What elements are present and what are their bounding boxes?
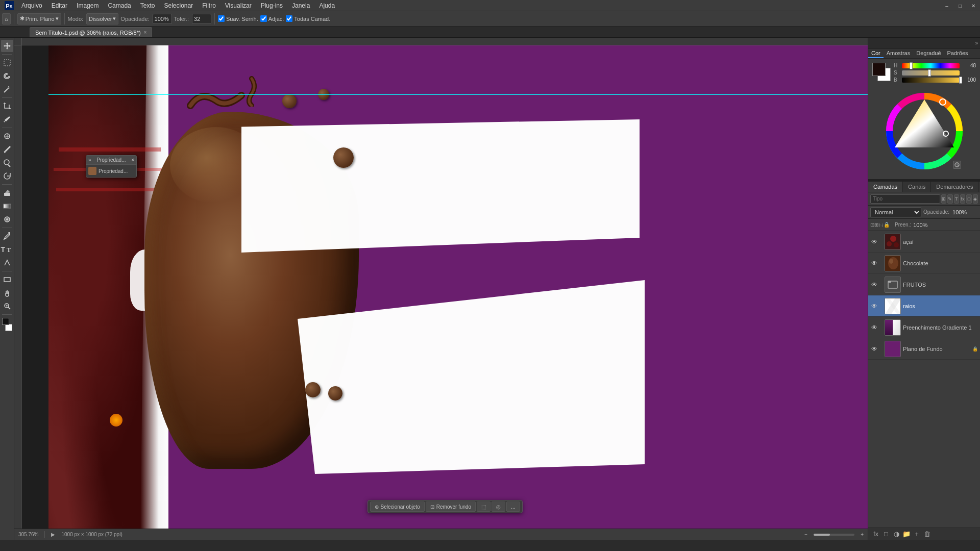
menu-selecionar[interactable]: Selecionar xyxy=(160,1,197,10)
minimize-button[interactable]: – xyxy=(940,0,953,11)
crop-tool[interactable] xyxy=(1,100,13,112)
home-button[interactable]: ⌂ xyxy=(2,13,11,24)
fg-bg-swatches[interactable] xyxy=(872,63,891,81)
document-tab[interactable]: Sem Título-1.psd @ 306% (raios, RGB/8*) … xyxy=(30,27,152,37)
add-layer-button[interactable]: + xyxy=(912,530,921,539)
remove-bg-button[interactable]: ⊡ Remover fundo xyxy=(426,502,476,512)
menu-camada[interactable]: Camada xyxy=(104,1,135,10)
layer-item-raios[interactable]: 👁 raios xyxy=(868,295,980,317)
layer-item-chocolate[interactable]: 👁 Chocolate xyxy=(868,253,980,274)
layer-item-frutos[interactable]: 👁 FRUTOS xyxy=(868,274,980,295)
zoom-in-status-button[interactable]: + xyxy=(861,532,864,537)
zoom-out-status-button[interactable]: − xyxy=(804,532,807,537)
visibility-icon-gradiente[interactable]: 👁 xyxy=(870,323,878,332)
text-tool[interactable]: T T xyxy=(1,243,13,256)
hand-tool[interactable] xyxy=(1,287,13,299)
layers-edit-button[interactable]: ✎ xyxy=(947,194,952,204)
blur-tool[interactable] xyxy=(1,213,13,226)
menu-visualizar[interactable]: Visualizar xyxy=(221,1,256,10)
tab-close-button[interactable]: × xyxy=(144,30,147,35)
expand-icon[interactable]: » xyxy=(88,157,91,163)
menu-editar[interactable]: Editar xyxy=(47,1,71,10)
tab-camadas[interactable]: Camadas xyxy=(868,182,903,192)
color-wheel-svg[interactable] xyxy=(884,90,965,172)
panel-expand-icon[interactable]: » xyxy=(975,40,978,46)
eraser-tool[interactable] xyxy=(1,187,13,199)
layers-filter-button[interactable]: ⊞ xyxy=(941,194,946,204)
lasso-tool[interactable] xyxy=(1,70,13,82)
tab-degradue[interactable]: Degraduê xyxy=(913,49,944,58)
rectangle-tool[interactable] xyxy=(1,273,13,286)
clone-stamp-tool[interactable] xyxy=(1,157,13,169)
close-button[interactable]: ✕ xyxy=(967,0,980,11)
history-brush-tool[interactable] xyxy=(1,170,13,182)
healing-brush-tool[interactable] xyxy=(1,130,13,142)
visibility-icon-plano-fundo[interactable]: 👁 xyxy=(870,345,878,353)
visibility-icon-chocolate[interactable]: 👁 xyxy=(870,259,878,267)
opacity-input[interactable] xyxy=(153,14,172,24)
brush-tool[interactable] xyxy=(1,143,13,156)
menu-texto[interactable]: Texto xyxy=(136,1,159,10)
layers-effects-button[interactable]: fx xyxy=(960,194,965,204)
layer-item-plano-fundo[interactable]: 👁 Plano de Fundo 🔒 xyxy=(868,338,980,360)
move-tool[interactable] xyxy=(1,40,13,52)
tab-canais[interactable]: Canais xyxy=(903,182,931,192)
menu-ajuda[interactable]: Ajuda xyxy=(315,1,339,10)
adjacent-checkbox[interactable] xyxy=(260,15,267,22)
menu-filtro[interactable]: Filtro xyxy=(198,1,220,10)
marquee-tool[interactable] xyxy=(1,57,13,69)
bg-color-swatch[interactable] xyxy=(5,324,12,331)
tab-padroes[interactable]: Padrões xyxy=(944,49,971,58)
color-mode-toggle[interactable] xyxy=(953,161,961,169)
more-options-button[interactable]: ... xyxy=(506,502,520,512)
pen-tool[interactable] xyxy=(1,230,13,242)
add-layer-style-button[interactable]: fx xyxy=(871,530,880,539)
s-slider[interactable] xyxy=(902,70,960,76)
layers-mask-button[interactable]: □ xyxy=(966,194,971,204)
visibility-icon-raios[interactable]: 👁 xyxy=(870,302,878,310)
menu-janela[interactable]: Janela xyxy=(288,1,314,10)
all-layers-checkbox[interactable] xyxy=(286,15,292,22)
blend-mode-dropdown[interactable]: Dissolver ▾ xyxy=(86,13,118,24)
tab-amostras[interactable]: Amostras xyxy=(884,49,913,58)
magic-wand-tool[interactable] xyxy=(1,83,13,95)
menu-imagem[interactable]: Imagem xyxy=(72,1,103,10)
color-wheel-container[interactable] xyxy=(884,90,965,173)
tab-cor[interactable]: Cor xyxy=(868,49,884,58)
add-mask-button[interactable]: □ xyxy=(881,530,891,539)
add-group-button[interactable]: 📁 xyxy=(902,530,911,539)
menu-arquivo[interactable]: Arquivo xyxy=(17,1,46,10)
foreground-color-swatch[interactable] xyxy=(872,63,886,76)
canvas-area[interactable]: » Propriedad... × Propriedad... ⊕ Seleci… xyxy=(22,45,868,529)
eyedropper-tool[interactable] xyxy=(1,113,13,126)
path-selection-tool[interactable] xyxy=(1,257,13,269)
layer-item-gradiente[interactable]: 👁 Preenchimento Gradiente 1 xyxy=(868,317,980,338)
zoom-tool[interactable] xyxy=(1,300,13,312)
gradient-tool[interactable] xyxy=(1,200,13,212)
h-slider[interactable] xyxy=(902,63,960,68)
add-adjustment-button[interactable]: ◑ xyxy=(892,530,901,539)
visibility-icon-frutos[interactable]: 👁 xyxy=(870,281,878,289)
close-props-icon[interactable]: × xyxy=(131,157,134,163)
layers-smart-button[interactable]: ◈ xyxy=(973,194,978,204)
antialiasing-checkbox[interactable] xyxy=(218,15,225,22)
zoom-slider[interactable] xyxy=(814,534,854,536)
quick-mask-button[interactable]: ◎ xyxy=(492,502,505,512)
delete-layer-button[interactable]: 🗑 xyxy=(922,530,932,539)
layers-text-button[interactable]: T xyxy=(954,194,959,204)
frame-tool-button[interactable]: ⬚ xyxy=(477,502,491,512)
layers-search-input[interactable] xyxy=(870,194,940,204)
brush-type-selector[interactable]: ✱ Prim. Plano ▾ xyxy=(17,13,61,24)
tab-demarcadores[interactable]: Demarcadores xyxy=(931,182,978,192)
visibility-icon-acai[interactable]: 👁 xyxy=(870,238,878,246)
layer-item-acai[interactable]: 👁 açaí xyxy=(868,231,980,253)
fg-color-swatch[interactable] xyxy=(2,318,9,325)
select-object-button[interactable]: ⊕ Selecionar objeto xyxy=(370,502,425,512)
fg-bg-color-switcher[interactable] xyxy=(1,317,13,332)
b-slider[interactable] xyxy=(902,78,960,83)
menu-plugins[interactable]: Plug-ins xyxy=(257,1,287,10)
properties-panel[interactable]: » Propriedad... × Propriedad... xyxy=(86,155,137,178)
tolerance-input[interactable] xyxy=(192,14,211,24)
blend-mode-select[interactable]: Normal xyxy=(870,207,921,217)
maximize-button[interactable]: □ xyxy=(953,0,967,11)
